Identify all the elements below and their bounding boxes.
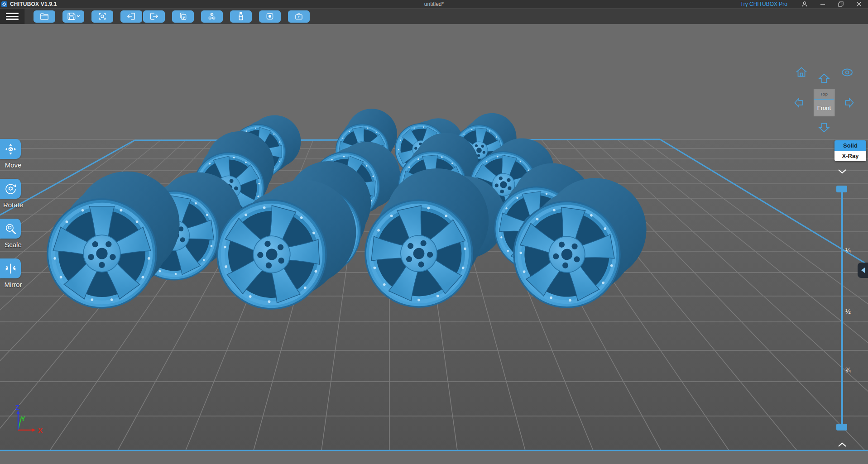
export-icon xyxy=(149,12,159,21)
main-menu-button[interactable] xyxy=(6,13,19,20)
close-icon xyxy=(856,1,862,7)
slider-handle-bottom[interactable] xyxy=(836,424,847,431)
export-button[interactable] xyxy=(143,10,165,23)
main-toolbar xyxy=(0,8,868,24)
settings-panel-tab[interactable] xyxy=(858,263,868,278)
slice-button[interactable] xyxy=(259,10,281,23)
view-cube[interactable]: Top Front xyxy=(814,89,834,116)
minimize-icon xyxy=(820,1,825,7)
close-button[interactable] xyxy=(850,0,868,8)
view-cube-front-face[interactable]: Front xyxy=(814,99,834,116)
person-icon xyxy=(801,1,808,7)
slider-mark-threequarter: ¾ xyxy=(845,367,851,374)
viewport-3d[interactable]: Z Y X Move Rotate xyxy=(0,24,868,464)
open-icon xyxy=(39,12,49,21)
rotate-view-right-button[interactable] xyxy=(843,96,855,111)
minimize-button[interactable] xyxy=(814,0,832,8)
home-view-button[interactable] xyxy=(795,66,808,80)
chevron-up-icon xyxy=(837,442,847,448)
scene-canvas: Z Y X xyxy=(0,24,868,464)
slider-step-up-button[interactable] xyxy=(837,441,847,450)
mirror-tool-label: Mirror xyxy=(0,281,26,288)
home-icon xyxy=(795,66,808,78)
copy-icon xyxy=(178,12,187,21)
eye-icon xyxy=(840,67,854,77)
resin-icon xyxy=(237,12,245,21)
axis-y-label: Y xyxy=(21,415,25,422)
move-icon xyxy=(5,143,17,155)
mirror-tool-button[interactable] xyxy=(0,258,21,278)
axis-x-label: X xyxy=(38,426,43,434)
arrow-left-icon xyxy=(793,97,806,109)
chevron-down-icon xyxy=(837,168,847,174)
copy-button[interactable] xyxy=(172,10,194,23)
resin-button[interactable] xyxy=(230,10,252,23)
rotate-tool-label: Rotate xyxy=(0,201,26,209)
app-title: CHITUBOX V1.9.1 xyxy=(10,1,57,7)
scale-tool-label: Scale xyxy=(0,241,26,249)
perspective-toggle-button[interactable] xyxy=(840,67,854,79)
repair-icon xyxy=(294,12,303,21)
save-button[interactable] xyxy=(62,10,84,23)
try-pro-link[interactable]: Try CHITUBOX Pro xyxy=(740,1,787,7)
mirror-icon xyxy=(5,263,17,275)
move-tool-label: Move xyxy=(0,161,26,169)
auto-arrange-button[interactable] xyxy=(201,10,223,23)
restore-button[interactable] xyxy=(832,0,850,8)
slider-handle-top[interactable] xyxy=(836,186,847,192)
arrow-right-icon xyxy=(843,97,855,109)
repair-button[interactable] xyxy=(288,10,310,23)
arrow-down-icon xyxy=(818,121,830,133)
rotate-view-left-button[interactable] xyxy=(793,96,805,111)
scale-icon xyxy=(5,223,17,235)
panel-expand-icon xyxy=(861,267,865,273)
collapse-modes-button[interactable] xyxy=(837,168,847,176)
arrow-up-icon xyxy=(818,73,830,85)
app-logo-icon xyxy=(1,1,7,7)
rotate-view-up-button[interactable] xyxy=(818,73,830,86)
capture-icon xyxy=(98,12,107,21)
move-tool-button[interactable] xyxy=(0,139,21,159)
menu-zone xyxy=(0,9,24,24)
slider-mark-half: ½ xyxy=(845,308,851,315)
capture-button[interactable] xyxy=(91,10,113,23)
auto-arrange-icon xyxy=(207,12,216,21)
rotate-tool-button[interactable] xyxy=(0,179,21,199)
import-button[interactable] xyxy=(120,10,142,23)
slider-track[interactable] xyxy=(841,189,843,429)
axis-z-label: Z xyxy=(15,403,19,411)
rotate-icon xyxy=(5,183,17,195)
slice-icon xyxy=(265,12,274,21)
rotate-view-down-button[interactable] xyxy=(818,121,830,135)
import-icon xyxy=(126,12,136,21)
title-bar: CHITUBOX V1.9.1 untitled* Try CHITUBOX P… xyxy=(0,0,868,8)
open-button[interactable] xyxy=(34,10,55,23)
restore-icon xyxy=(838,1,844,7)
chitubox-window: CHITUBOX V1.9.1 untitled* Try CHITUBOX P… xyxy=(0,0,868,464)
scale-tool-button[interactable] xyxy=(0,219,21,239)
slider-mark-quarter: ¼ xyxy=(845,247,851,254)
render-mode-xray[interactable]: X-Ray xyxy=(834,151,866,161)
render-mode-solid[interactable]: Solid xyxy=(834,140,866,151)
render-mode-toggle: Solid X-Ray xyxy=(834,140,866,161)
view-cube-top-face[interactable]: Top xyxy=(814,89,834,99)
save-icon xyxy=(67,12,80,21)
document-title: untitled* xyxy=(0,1,868,7)
account-button[interactable] xyxy=(796,0,814,8)
